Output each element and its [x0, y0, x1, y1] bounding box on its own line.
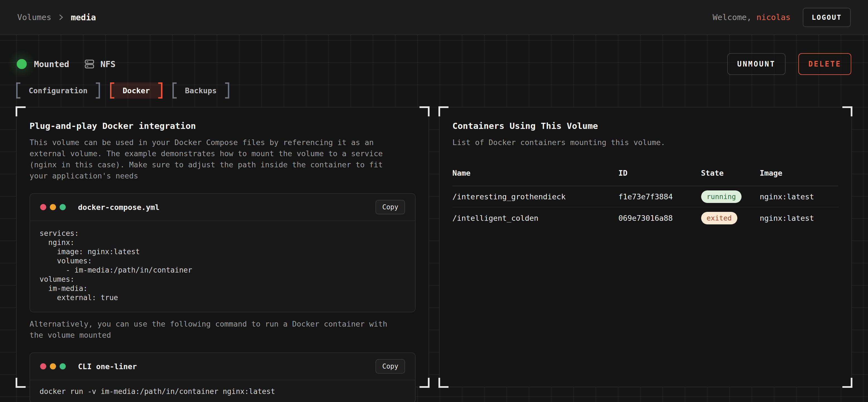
container-image: nginx:latest — [760, 214, 838, 223]
container-name: /interesting_grothendieck — [453, 192, 618, 201]
cli-block-title: CLI one-liner — [78, 362, 137, 371]
mounted-status-dot-icon — [17, 59, 27, 69]
column-header-id: ID — [618, 169, 701, 177]
compose-filename: docker-compose.yml — [78, 203, 160, 211]
containers-panel-title: Containers Using This Volume — [453, 121, 838, 131]
container-state-badge: exited — [701, 212, 737, 224]
volume-status-bar: Mounted NFS UNMOUNT DELETE — [17, 35, 851, 75]
cli-intro-text: Alternatively, you can use the following… — [30, 319, 415, 341]
driver-label: NFS — [100, 59, 115, 69]
copy-cli-button[interactable]: Copy — [375, 359, 405, 374]
mounted-status-label: Mounted — [34, 59, 69, 69]
cli-code-content: docker run -v im-media:/path/in/containe… — [30, 380, 415, 402]
traffic-light-amber-icon — [50, 363, 56, 369]
containers-panel-subtitle: List of Docker containers mounting this … — [453, 137, 838, 148]
panel-corner-icon — [842, 378, 852, 388]
tab-bar: Configuration Docker Backups — [16, 82, 852, 99]
panel-corner-icon — [438, 106, 448, 116]
copy-compose-button[interactable]: Copy — [375, 200, 405, 214]
container-id: f1e73e7f3884 — [618, 192, 701, 201]
traffic-light-green-icon — [60, 204, 66, 210]
traffic-light-red-icon — [40, 363, 46, 369]
nfs-server-icon — [84, 58, 95, 70]
logout-button[interactable]: LOGOUT — [803, 8, 851, 27]
containers-table: Name ID State Image /interesting_grothen… — [453, 169, 838, 229]
container-row: /interesting_grothendieck f1e73e7f3884 r… — [453, 186, 838, 207]
panel-corner-icon — [842, 106, 852, 116]
panel-corner-icon — [16, 106, 26, 116]
docker-integration-panel: Plug-and-play Docker integration This vo… — [16, 107, 429, 387]
container-image: nginx:latest — [760, 192, 838, 201]
breadcrumb-chevron-icon — [59, 13, 63, 22]
container-id: 069e73016a88 — [618, 214, 701, 223]
breadcrumb-current-volume: media — [71, 12, 96, 22]
panel-corner-icon — [420, 378, 430, 388]
compose-code-content: services: nginx: image: nginx:latest vol… — [30, 221, 415, 312]
welcome-text: Welcome, nicolas — [713, 12, 790, 22]
cli-code-block: CLI one-liner Copy docker run -v im-medi… — [30, 353, 415, 402]
docker-panel-title: Plug-and-play Docker integration — [30, 121, 415, 131]
breadcrumb-volumes-link[interactable]: Volumes — [17, 12, 51, 22]
docker-panel-description: This volume can be used in your Docker C… — [30, 137, 415, 181]
traffic-light-red-icon — [40, 204, 46, 210]
traffic-light-amber-icon — [50, 204, 56, 210]
container-name: /intelligent_colden — [453, 214, 618, 223]
compose-code-block: docker-compose.yml Copy services: nginx:… — [30, 193, 415, 312]
containers-table-header: Name ID State Image — [453, 169, 838, 186]
top-bar: Volumes media Welcome, nicolas LOGOUT — [0, 0, 868, 35]
column-header-name: Name — [453, 169, 618, 177]
column-header-image: Image — [760, 169, 838, 177]
container-row: /intelligent_colden 069e73016a88 exited … — [453, 207, 838, 229]
tab-docker[interactable]: Docker — [110, 82, 162, 99]
tab-backups[interactable]: Backups — [173, 82, 229, 99]
username: nicolas — [756, 12, 790, 22]
panel-corner-icon — [438, 378, 448, 388]
delete-button[interactable]: DELETE — [798, 53, 851, 75]
panel-corner-icon — [420, 106, 430, 116]
container-state-badge: running — [701, 191, 742, 203]
tab-configuration[interactable]: Configuration — [16, 82, 100, 99]
welcome-prefix: Welcome, — [713, 12, 756, 22]
traffic-light-green-icon — [60, 363, 66, 369]
panel-corner-icon — [16, 378, 26, 388]
breadcrumb: Volumes media — [17, 12, 96, 22]
containers-panel: Containers Using This Volume List of Doc… — [439, 107, 852, 387]
unmount-button[interactable]: UNMOUNT — [727, 53, 786, 75]
main-content: Mounted NFS UNMOUNT DELETE Configuration — [0, 35, 868, 402]
column-header-state: State — [701, 169, 760, 177]
